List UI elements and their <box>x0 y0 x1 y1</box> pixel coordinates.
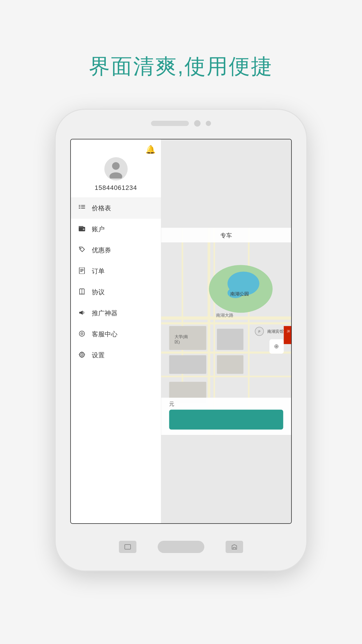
svg-text:南湖公园: 南湖公园 <box>230 291 249 296</box>
svg-rect-36 <box>169 355 206 374</box>
book-icon <box>78 288 86 296</box>
avatar[interactable] <box>104 157 128 181</box>
menu-item-promotion[interactable]: 推广神器 <box>71 303 161 324</box>
svg-rect-15 <box>80 271 82 272</box>
menu-item-order[interactable]: 订单 <box>71 261 161 282</box>
page-headline: 界面清爽,使用便捷 <box>89 52 273 80</box>
menu-label-agreement: 协议 <box>92 288 105 297</box>
phone-top-bar <box>151 120 211 127</box>
svg-point-10 <box>83 228 85 230</box>
menu-label-settings: 设置 <box>92 351 105 360</box>
menu-list: 价格表 账户 <box>71 198 161 523</box>
svg-text:南湖大路: 南湖大路 <box>216 313 233 318</box>
svg-point-0 <box>112 162 120 170</box>
phone-screen: 🔔 15844061234 <box>70 139 292 524</box>
tag-icon <box>78 246 86 254</box>
menu-label-promotion: 推广神器 <box>92 309 117 318</box>
speaker <box>151 121 189 126</box>
svg-rect-7 <box>81 208 85 209</box>
order-icon <box>78 267 86 275</box>
svg-text:南湖宾馆: 南湖宾馆 <box>267 329 284 334</box>
menu-item-customer-service[interactable]: 客服中心 <box>71 324 161 345</box>
svg-text:大学(南: 大学(南 <box>175 335 188 339</box>
menu-item-settings[interactable]: 设置 <box>71 345 161 366</box>
svg-text:P: P <box>258 330 260 333</box>
nav-recent-button[interactable] <box>226 541 243 553</box>
svg-rect-53 <box>169 410 283 430</box>
nav-back-button[interactable] <box>119 541 136 553</box>
gear-icon <box>78 351 86 359</box>
map-svg: 南湖公园 南湖大路 大学(南 区) P 南湖宾馆 专车 <box>161 139 291 523</box>
menu-label-coupon: 优惠券 <box>92 246 111 255</box>
svg-point-20 <box>81 354 83 356</box>
svg-text:光: 光 <box>287 330 290 333</box>
map-area: 南湖公园 南湖大路 大学(南 区) P 南湖宾馆 专车 <box>161 139 291 523</box>
svg-rect-13 <box>80 269 84 270</box>
svg-rect-54 <box>125 545 131 549</box>
menu-item-agreement[interactable]: 协议 <box>71 282 161 303</box>
svg-rect-49 <box>284 326 291 344</box>
svg-text:⊕: ⊕ <box>274 343 279 349</box>
menu-label-price-list: 价格表 <box>92 204 111 213</box>
svg-text:元: 元 <box>169 401 174 407</box>
wallet-icon <box>78 226 86 233</box>
svg-rect-39 <box>217 355 243 374</box>
menu-item-account[interactable]: 账户 <box>71 219 161 240</box>
menu-item-price-list[interactable]: 价格表 <box>71 198 161 219</box>
phone-bottom-nav <box>108 541 254 553</box>
svg-text:区): 区) <box>175 340 180 344</box>
menu-label-account: 账户 <box>92 225 105 234</box>
svg-text:专车: 专车 <box>220 232 232 239</box>
svg-rect-3 <box>79 206 80 207</box>
nav-home-button[interactable] <box>158 541 204 553</box>
megaphone-icon <box>78 309 86 317</box>
user-phone-number: 15844061234 <box>95 184 137 192</box>
camera2 <box>206 121 211 126</box>
svg-rect-9 <box>79 226 83 228</box>
svg-rect-38 <box>217 329 243 350</box>
svg-point-1 <box>110 172 122 178</box>
camera <box>194 120 201 127</box>
drawer-header: 🔔 15844061234 <box>71 139 161 198</box>
svg-rect-2 <box>79 205 80 206</box>
list-icon <box>78 204 86 212</box>
drawer: 🔔 15844061234 <box>71 139 161 523</box>
svg-rect-4 <box>79 208 80 209</box>
bell-icon[interactable]: 🔔 <box>145 145 156 154</box>
menu-label-customer-service: 客服中心 <box>92 330 117 339</box>
menu-item-coupon[interactable]: 优惠券 <box>71 240 161 261</box>
svg-rect-6 <box>81 206 85 207</box>
support-icon <box>78 330 86 338</box>
svg-point-19 <box>82 333 82 334</box>
menu-label-order: 订单 <box>92 267 105 276</box>
svg-rect-14 <box>80 270 84 271</box>
svg-point-11 <box>80 248 81 249</box>
phone-mockup: 🔔 15844061234 <box>56 110 306 570</box>
svg-rect-5 <box>81 205 85 206</box>
